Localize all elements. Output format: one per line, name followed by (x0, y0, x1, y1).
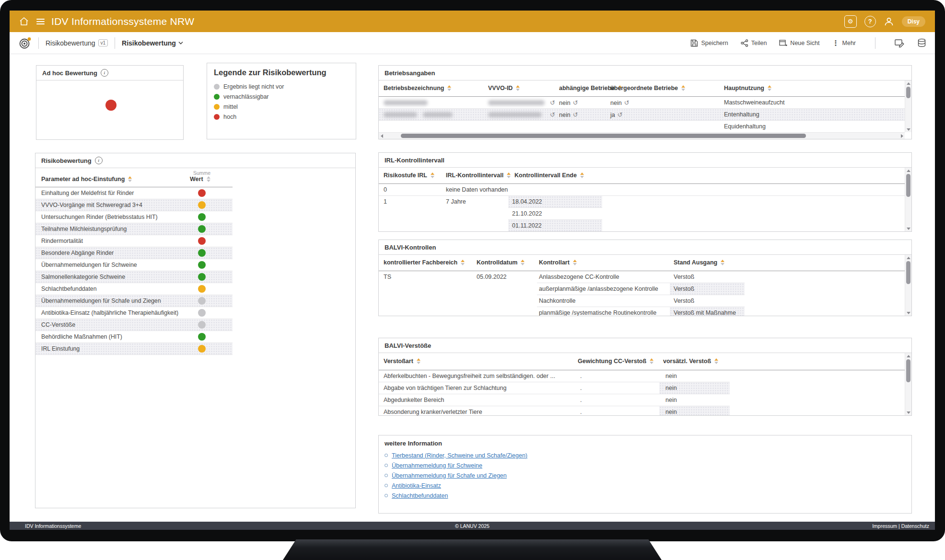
link-uebernahmemeldung-schweine[interactable]: Übernahmemeldung für Schweine (392, 462, 482, 469)
column-header[interactable]: Kontrollintervall Ende (514, 172, 584, 179)
column-header[interactable]: IRL-Kontrollintervall (446, 172, 511, 179)
panel-title: BALVI-Verstöße (385, 342, 431, 349)
view-selector[interactable]: Risikobewertung (122, 39, 183, 47)
panel-irl-kontrollintervall: IRL-Kontrollintervall Risikostufe IRL IR… (378, 152, 912, 232)
column-header[interactable]: Kontrollart (539, 259, 577, 266)
column-header[interactable]: Risikostufe IRL (384, 172, 434, 179)
risk-table-header: Summe Parameter ad hoc-Einstufung Wert (35, 168, 355, 187)
panel-title: IRL-Kontrollintervall (385, 157, 444, 164)
sort-icon[interactable] (461, 260, 465, 265)
link-uebernahmemeldung-schafe-ziegen[interactable]: Übernahmemeldung für Schafe und Ziegen (392, 472, 507, 479)
divider (38, 37, 39, 49)
home-icon[interactable] (19, 17, 29, 26)
risk-table-body: Einhaltung der Meldefrist für Rinder VVV… (35, 187, 355, 355)
sort-icon[interactable] (417, 358, 420, 364)
history-icon[interactable]: ↺ (548, 97, 555, 109)
sort-icon[interactable] (650, 358, 653, 364)
table-row: Übernahmemeldungen für Schweine (35, 259, 233, 271)
bullet-icon (385, 464, 388, 467)
sort-icon[interactable] (128, 176, 132, 182)
table-row: 0 keine Daten vorhanden (379, 184, 911, 196)
table-row: Behördliche Maßnahmen (HIT) (35, 331, 233, 343)
bullet-icon (385, 474, 388, 477)
info-icon[interactable]: i (95, 157, 103, 164)
history-icon[interactable]: ↺ (573, 111, 578, 118)
status-dot (198, 273, 206, 281)
history-icon[interactable]: ↺ (548, 109, 555, 121)
column-header-wert[interactable]: Wert (190, 176, 210, 183)
table-row: ↺ nein↺ ja↺ Entenhaltung (379, 109, 905, 121)
history-icon[interactable]: ↺ (618, 111, 623, 118)
help-icon[interactable]: ? (864, 16, 876, 27)
info-icon[interactable]: i (101, 69, 108, 77)
legend-dot-green (214, 94, 220, 100)
table-row: Absonderung kranker/verletzter Tiere . n… (379, 406, 911, 416)
sort-icon[interactable] (521, 260, 525, 265)
data-manager-button[interactable] (917, 38, 926, 47)
monitor-bezel: IDV Informationssysteme NRW ⚙ ? Disy Ris… (0, 0, 945, 541)
column-header[interactable]: vorsätzl. Verstoß (663, 358, 718, 365)
status-dot (198, 225, 206, 233)
sort-icon[interactable] (714, 358, 718, 364)
sort-icon[interactable] (516, 85, 520, 91)
horizontal-scrollbar[interactable] (379, 132, 905, 139)
table-row: Abgabe von trächtigen Tieren zur Schlach… (379, 382, 911, 394)
status-dot (198, 285, 206, 293)
history-icon[interactable]: ↺ (624, 99, 630, 106)
cadenza-logo[interactable] (18, 36, 32, 50)
sort-icon[interactable] (507, 172, 511, 178)
divider (115, 37, 115, 49)
column-header[interactable]: übergeordnete Betriebe (610, 85, 685, 91)
user-icon[interactable] (884, 16, 894, 27)
column-header[interactable]: Betriebsbezeichnung (384, 85, 451, 91)
column-header[interactable]: Kontrolldatum (477, 259, 525, 266)
vertical-scrollbar[interactable] (905, 353, 911, 415)
monitor-stand (283, 539, 662, 560)
footer-legal-links[interactable]: Impressum | Datenschutz (872, 523, 929, 529)
column-header[interactable]: Hauptnutzung (724, 85, 771, 91)
sort-icon[interactable] (768, 85, 771, 91)
column-header[interactable]: Gewichtung CC-Verstoß (578, 358, 653, 365)
sort-icon[interactable] (580, 172, 584, 178)
adhoc-status-dot (105, 100, 117, 111)
history-icon[interactable]: ↺ (573, 99, 578, 106)
sort-icon[interactable] (681, 85, 685, 91)
sort-icon[interactable] (431, 172, 434, 178)
panel-title: Ad hoc Bewertung (42, 69, 97, 77)
link-antibiotika-einsatz[interactable]: Antibiotika-Einsatz (392, 482, 441, 489)
footer-copyright: © LANUV 2025 (10, 523, 935, 529)
user-badge[interactable]: Disy (902, 16, 925, 27)
vertical-scrollbar[interactable] (905, 168, 911, 231)
workbook-name[interactable]: Risikobewertung (46, 39, 95, 47)
link-schlachtbefunddaten[interactable]: Schlachtbefunddaten (392, 492, 448, 499)
column-header[interactable]: Verstoßart (384, 358, 420, 365)
column-header-parameter[interactable]: Parameter ad hoc-Einstufung (41, 176, 132, 183)
share-button[interactable]: Teilen (741, 39, 767, 47)
table-row: 1 7 Jahre 18.04.2022 (379, 196, 911, 208)
dashboard: Ad hoc Bewertungi Legende zur Risikobewe… (10, 54, 935, 522)
table-row: Equidenhaltung (379, 121, 905, 132)
legend-dot-yellow (214, 104, 220, 110)
sort-icon[interactable] (573, 260, 577, 265)
save-button[interactable]: Speichern (690, 39, 728, 47)
vertical-scrollbar[interactable] (905, 80, 911, 132)
chevron-down-icon (178, 41, 183, 45)
status-dot (198, 213, 206, 221)
column-header[interactable]: kontrollierter Fachbereich (384, 259, 465, 266)
sort-icon[interactable] (207, 176, 210, 182)
panel-adhoc-bewertung: Ad hoc Bewertungi (36, 65, 184, 140)
edit-form-button[interactable] (895, 38, 905, 47)
sort-icon[interactable] (447, 85, 451, 91)
column-header[interactable]: Stand Ausgang (674, 259, 724, 266)
menu-icon[interactable] (36, 19, 45, 24)
link-tierbestand[interactable]: Tierbestand (Rinder, Schweine und Schafe… (392, 452, 527, 459)
column-header[interactable]: VVVO-ID (488, 85, 520, 91)
new-view-button[interactable]: Neue Sicht (779, 39, 819, 47)
redacted-vvvo-id (488, 112, 542, 117)
status-dot (198, 201, 206, 209)
more-button[interactable]: ⋮ Mehr (832, 39, 856, 46)
table-row: außerplanmäßige /anlassbezogene Kontroll… (379, 283, 911, 295)
vertical-scrollbar[interactable] (905, 255, 911, 316)
sort-icon[interactable] (721, 260, 724, 265)
settings-icon[interactable]: ⚙ (844, 15, 857, 28)
